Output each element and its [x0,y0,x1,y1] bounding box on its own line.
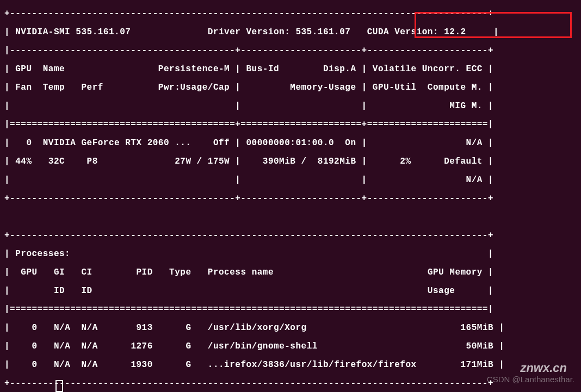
gpu-util: 2% [400,157,411,166]
watermark-csdn: CSDN @Lanthanesthar. [487,374,574,386]
process-name: /usr/bin/gnome-shell [208,341,318,351]
process-name: /usr/lib/xorg/Xorg [208,323,307,333]
driver-version: 535.161.07 [295,27,350,37]
gpu-pwr: 27W / 175W [175,157,230,166]
driver-label: Driver Version: [208,27,290,37]
gpu-id: 0 [26,138,32,148]
process-name: ...irefox/3836/usr/lib/firefox/firefox [208,360,417,370]
terminal-output: +---------------------------------------… [0,0,581,392]
gpu-compute: Default [444,157,483,166]
gpu-name: NVIDIA GeForce RTX 2060 ... [43,138,191,148]
cuda-label: CUDA Version: [367,27,438,37]
gpu-fan: 44% [15,157,32,166]
gpu-busid: 00000000:01:00.0 [246,138,335,148]
terminal-cursor [55,380,63,392]
gpu-temp: 32C [48,157,65,166]
smi-label: NVIDIA-SMI [15,27,70,37]
gpu-mig: N/A [466,175,483,185]
gpu-ecc: N/A [466,138,483,148]
gpu-persist: Off [213,138,230,148]
gpu-mem: 390MiB / 8192MiB [263,157,356,166]
gpu-perf: P8 [87,157,98,166]
cuda-version: 12.2 [444,27,466,37]
smi-version: 535.161.07 [76,27,131,37]
processes-title: Processes: [15,249,70,259]
gpu-disp: On [345,138,356,148]
